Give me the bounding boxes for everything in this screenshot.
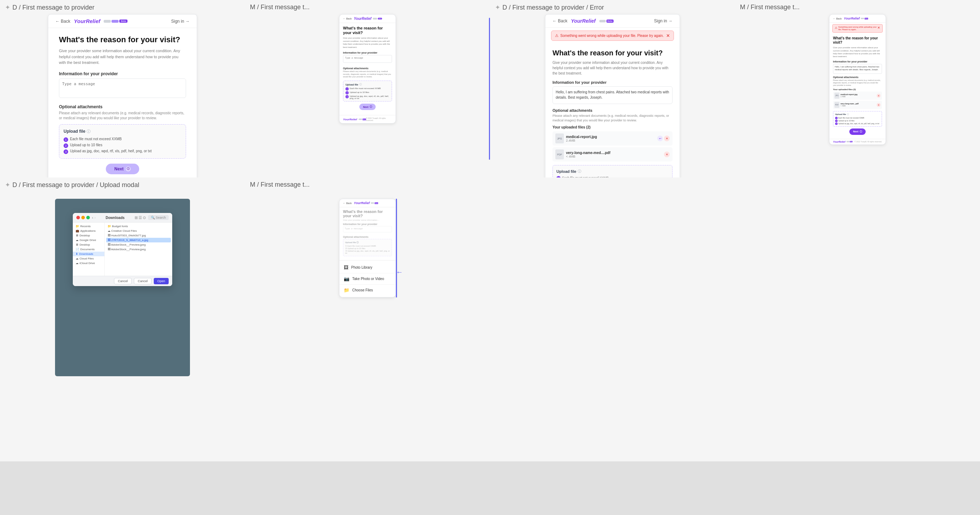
mob-logo: YourRelief xyxy=(354,17,372,21)
take-photo-icon: 📷 xyxy=(344,276,349,281)
arrow-connector: ← xyxy=(396,268,403,276)
panel-spacer-1 xyxy=(490,178,735,461)
bs-photo-library[interactable]: 🖼 Photo Library xyxy=(339,262,396,273)
mobile-screen-modal: ← Back YourRelief Beta What's the reason… xyxy=(339,199,396,297)
mob-file-2: PDF very-long-nam...pdf < 4MB ✕ xyxy=(833,101,882,109)
fb-min-dot[interactable] xyxy=(81,216,85,219)
upload-title: Upload file xyxy=(64,129,85,134)
fb-sort-icon[interactable]: ⊙ xyxy=(143,215,146,220)
mob-err-upload-box[interactable]: Upload file ⓘ 1Each file must not exceed… xyxy=(833,111,882,127)
err-back-btn[interactable]: ← Back xyxy=(552,19,567,24)
file-icon-1: JPG xyxy=(555,134,564,143)
error-icon: ⚠ xyxy=(555,33,558,38)
panel-mobile-default: M / First message t... ← Back YourRelief… xyxy=(245,0,490,178)
message-textarea[interactable] xyxy=(59,78,186,98)
upload-info-icon: ⓘ xyxy=(87,129,91,134)
mob-error-banner: ⚠ Something went wrong while uploading y… xyxy=(832,24,883,33)
fb-close-dot[interactable] xyxy=(76,216,80,219)
page-description: Give your provider some information abou… xyxy=(59,48,186,66)
panel-label-bottom-l: ✦ D / First message to provider / Upload… xyxy=(5,181,139,189)
mob-next-icon: ⓘ xyxy=(370,105,372,109)
mob-err-back[interactable]: ← Back xyxy=(833,17,842,20)
error-text: Something went wrong while uploading you… xyxy=(560,34,663,38)
mob-attach-label: Optional attachments xyxy=(343,67,392,70)
err-attach-desc: Please attach any relevant documents (e.… xyxy=(552,114,673,122)
bs-choose-files[interactable]: 📁 Choose Files xyxy=(339,285,396,296)
mobile-screen-error: ← Back YourRelief Beta ⚠ Something went … xyxy=(829,14,886,145)
fb-downloads-folder[interactable]: ⬇ Downloads xyxy=(73,252,104,256)
file-size-1: 2.4MB xyxy=(566,139,655,142)
info-label: Information for your provider xyxy=(59,72,186,76)
back-button[interactable]: ← Back xyxy=(56,19,70,24)
screen-content: What's the reason for your visit? Give y… xyxy=(48,28,197,178)
mob-del-2[interactable]: ✕ xyxy=(877,103,881,107)
file-delete-1[interactable]: ✕ xyxy=(664,135,670,141)
panel-label-top-r: M / First message t... xyxy=(740,3,800,11)
fb-cancel-btn[interactable]: Cancel xyxy=(134,278,152,284)
err-info-label: Information for your provider xyxy=(552,80,673,84)
error-banner: ⚠ Something went wrong while uploading y… xyxy=(551,30,674,41)
mob-err-text: Something went wrong while uploading you… xyxy=(838,26,877,31)
next-button[interactable]: Next ⓘ xyxy=(106,164,139,174)
photo-library-icon: 🖼 xyxy=(344,265,348,270)
mob-attach-desc: Please attach any relevant documents (e.… xyxy=(343,70,392,78)
mob-file-1: JPG medical-report.jpg 2.4MB ✕ xyxy=(833,92,882,100)
error-close-icon[interactable]: ✕ xyxy=(666,33,670,38)
panel-empty: M / First message t... ← Back YourRelief… xyxy=(245,178,490,461)
file-size-2: < 4MB xyxy=(566,155,662,158)
err-attach-label: Optional attachments xyxy=(552,108,673,113)
mobile-screen-default: ← Back YourRelief Beta What's the reason… xyxy=(339,14,396,124)
mob-del-1[interactable]: ✕ xyxy=(877,94,881,98)
fb-search-box[interactable]: 🔍 Search xyxy=(148,215,169,220)
mob-desc: Give your provider some information abou… xyxy=(343,37,392,49)
mob-modal-back[interactable]: ← Back xyxy=(343,202,352,204)
panel-desktop-error: ✦ D / First message to provider / Error … xyxy=(490,0,735,178)
fb-options-btn[interactable]: Cancel xyxy=(114,278,132,284)
bottom-sheet: 🖼 Photo Library 📷 Take Photo or Video 📁 … xyxy=(339,260,396,297)
signin-button[interactable]: Sign in → xyxy=(171,19,189,24)
mob-upload-box[interactable]: Upload file ⓘ 1 Each file must not excee… xyxy=(343,81,392,102)
file-view-1[interactable]: ↩ xyxy=(657,135,663,141)
file-item-1: JPG medical-report.jpg 2.4MB ↩ ✕ xyxy=(552,131,673,146)
screen-header: ← Back YourRelief Beta Sign in → xyxy=(48,14,197,28)
mob-back[interactable]: ← Back xyxy=(343,17,352,20)
panel-desktop-default: ✦ D / First message to provider ← Back Y… xyxy=(0,0,245,178)
logo: YourRelief xyxy=(74,18,100,24)
err-desc: Give your provider some information abou… xyxy=(552,60,673,76)
mob-err-next-btn[interactable]: Next ⓘ xyxy=(850,129,865,135)
mob-next-button[interactable]: Next ⓘ xyxy=(360,103,375,110)
file-name-1: medical-report.jpg xyxy=(566,135,655,139)
next-icon: ⓘ xyxy=(126,167,130,172)
upload-box[interactable]: Upload file ⓘ 1 Each file must not excee… xyxy=(59,124,186,159)
fb-forward-btn[interactable]: › xyxy=(94,215,96,220)
page-title: What's the reason for your visit? xyxy=(59,35,186,45)
fb-back-btn[interactable]: ‹ xyxy=(92,215,93,220)
desktop-screen-default: ← Back YourRelief Beta Sign in → What's … xyxy=(48,14,197,178)
fb-list-icon[interactable]: ☰ xyxy=(138,215,142,220)
file-delete-2[interactable]: ✕ xyxy=(664,151,670,157)
mob-textarea[interactable] xyxy=(343,55,392,63)
err-upload-box[interactable]: Upload file ⓘ 1 Each file must not excee… xyxy=(552,165,673,178)
upload-rules: 1 Each file must not exceed XXMB 2 Uploa… xyxy=(64,137,181,154)
file-icon-2: PDF xyxy=(555,149,564,159)
uploaded-files-label: Your uploaded files (2) xyxy=(552,125,673,129)
choose-files-icon: 📁 xyxy=(344,288,349,293)
panel-label-top-ml: M / First message t... xyxy=(250,3,310,11)
panel-label-bottom-ml: M / First message t... xyxy=(250,181,310,189)
mob-err-message: Hello, I am suffering from chest pains. … xyxy=(833,64,882,74)
err-signin-btn[interactable]: Sign in → xyxy=(654,19,673,24)
fb-open-btn[interactable]: Open xyxy=(154,278,169,284)
panel-desktop-modal: ✦ D / First message to provider / Upload… xyxy=(0,178,245,461)
fb-grid-icon[interactable]: ⊞ xyxy=(135,215,138,220)
fb-max-dot[interactable] xyxy=(86,216,90,219)
file-name-2: very-long-name-med....pdf xyxy=(566,151,662,155)
panel-mobile-error: M / First message t... ← Back YourRelief… xyxy=(735,0,980,178)
err-message-box: Hello, I am suffering from chest pains. … xyxy=(552,86,673,104)
file-item-2: PDF very-long-name-med....pdf < 4MB ✕ xyxy=(552,147,673,162)
mob-section: Information for your provider xyxy=(343,51,392,54)
fb-file-selected[interactable]: 🖼 27RT2019_S_88k8710_a.jpg xyxy=(106,238,171,242)
fb-path-label: Downloads xyxy=(98,216,132,220)
mob-err-close[interactable]: ✕ xyxy=(877,26,880,29)
panel-label-top-mr: ✦ D / First message to provider / Error xyxy=(495,3,604,11)
bs-take-photo[interactable]: 📷 Take Photo or Video xyxy=(339,273,396,285)
